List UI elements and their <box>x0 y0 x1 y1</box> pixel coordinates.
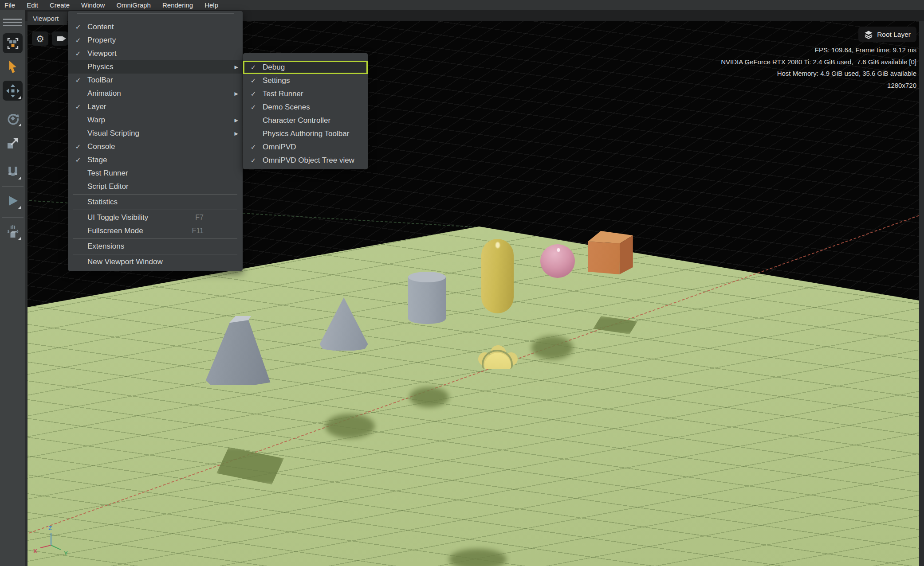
sphere-shape[interactable] <box>540 244 575 278</box>
physics-drop-tool-button[interactable] <box>3 222 23 242</box>
tool-options-corner-icon <box>18 237 21 240</box>
viewport-settings-button[interactable]: ⚙ <box>32 31 48 46</box>
menu-item-debug[interactable]: ✓Debug <box>243 61 368 74</box>
cylinder-shape[interactable] <box>408 272 446 324</box>
menu-item-stage[interactable]: ✓Stage <box>68 153 243 167</box>
menu-item-label: Viewport <box>87 49 117 58</box>
checkmark-icon: ✓ <box>247 77 260 85</box>
menu-item-statistics[interactable]: Statistics <box>68 195 243 209</box>
menu-item-label: Content <box>87 23 114 31</box>
menu-item-label: Test Runner <box>87 169 128 178</box>
z-axis-label: Z <box>48 525 52 531</box>
menubar-item-window[interactable]: Window <box>81 1 105 9</box>
cube-shape[interactable] <box>586 230 634 274</box>
menu-item-label: Stage <box>87 156 107 164</box>
tab-viewport[interactable]: Viewport <box>28 12 67 25</box>
submenu-arrow-icon: ▶ <box>235 64 238 70</box>
scale-tool-button[interactable] <box>3 133 23 153</box>
move-tool-button[interactable] <box>3 81 23 101</box>
checkmark-icon: ✓ <box>71 156 85 164</box>
menu-item-label: Layer <box>87 102 106 111</box>
move-icon <box>6 84 20 98</box>
toolbar-separator <box>2 217 24 218</box>
omniverse-app: FileEditCreateWindowOmniGraphRenderingHe… <box>0 0 924 566</box>
rotate-icon <box>6 112 20 125</box>
shadow-capsule <box>531 336 573 359</box>
menu-item-label: Physics <box>87 62 114 71</box>
capsule-shape[interactable] <box>481 239 514 313</box>
menu-item-label: Script Editor <box>87 182 129 191</box>
menu-drag-handle[interactable] <box>77 13 234 14</box>
menubar-item-help[interactable]: Help <box>204 1 218 9</box>
menu-item-physics[interactable]: Physics▶ <box>68 60 243 74</box>
play-tool-button[interactable] <box>3 191 23 211</box>
menu-item-label: Warp <box>87 116 105 125</box>
menu-separator <box>73 210 237 210</box>
submenu-drag-handle[interactable] <box>251 57 360 57</box>
menubar-item-omnigraph[interactable]: OmniGraph <box>116 1 151 9</box>
cursor-icon <box>7 60 19 74</box>
menu-item-demo-scenes[interactable]: ✓Demo Scenes <box>243 101 368 114</box>
resolution-stats: 1280x720 <box>721 80 916 92</box>
menu-item-omnipvd-object-tree-view[interactable]: ✓OmniPVD Object Tree view <box>243 154 368 167</box>
menu-item-omnipvd[interactable]: ✓OmniPVD <box>243 141 368 154</box>
menu-item-label: Debug <box>263 63 285 72</box>
shadow-cone <box>325 414 375 438</box>
menu-item-label: OmniPVD <box>263 143 296 152</box>
toolbar-drag-handle-icon[interactable] <box>3 17 22 28</box>
selection-mode-tool-button[interactable] <box>3 33 23 53</box>
menu-item-physics-authoring-toolbar[interactable]: Physics Authoring Toolbar <box>243 127 368 141</box>
menu-item-label: Settings <box>263 76 290 85</box>
menu-item-content[interactable]: ✓Content <box>68 20 243 34</box>
menu-item-script-editor[interactable]: Script Editor <box>68 180 243 193</box>
menu-item-new-viewport-window[interactable]: New Viewport Window <box>68 255 243 269</box>
menu-item-character-controller[interactable]: Character Controller <box>243 114 368 127</box>
cone-body <box>318 297 370 351</box>
capsule-body <box>481 239 514 313</box>
menu-item-label: Fullscreen Mode <box>87 226 143 235</box>
menubar-item-rendering[interactable]: Rendering <box>162 1 193 9</box>
menu-item-viewport[interactable]: ✓Viewport <box>68 47 243 60</box>
scale-icon <box>7 137 19 149</box>
window-menu-dropdown: ✓Content✓Property✓ViewportPhysics▶✓ToolB… <box>68 11 243 271</box>
menu-item-property[interactable]: ✓Property <box>68 34 243 47</box>
menu-item-label: Character Controller <box>263 116 330 125</box>
submenu-arrow-icon: ▶ <box>235 131 238 137</box>
fps-stats: FPS: 109.64, Frame time: 9.12 ms <box>721 44 916 56</box>
viewport-tab-label: Viewport <box>33 15 59 22</box>
menu-item-label: Visual Scripting <box>87 129 139 138</box>
menu-item-warp[interactable]: Warp▶ <box>68 113 243 127</box>
menu-item-settings[interactable]: ✓Settings <box>243 74 368 87</box>
camera-icon <box>57 36 63 41</box>
menu-item-test-runner[interactable]: Test Runner <box>68 167 243 180</box>
toolbar <box>0 10 25 566</box>
submenu-arrow-icon: ▶ <box>235 91 238 97</box>
checkmark-icon: ✓ <box>71 50 85 58</box>
trapezoid-frustum-shape[interactable] <box>204 316 275 385</box>
checkmark-icon: ✓ <box>71 36 85 44</box>
menu-item-extensions[interactable]: Extensions <box>68 240 243 253</box>
rotate-tool-button[interactable] <box>3 108 23 128</box>
menu-item-fullscreen-mode[interactable]: Fullscreen ModeF11 <box>68 224 243 238</box>
menu-item-toolbar[interactable]: ✓ToolBar <box>68 74 243 87</box>
menu-item-label: UI Toggle Visibility <box>87 213 148 222</box>
root-layer-button[interactable]: Root Layer <box>858 27 916 42</box>
snap-tool-button[interactable] <box>3 161 23 181</box>
cone-shape[interactable] <box>318 297 370 351</box>
menu-item-test-runner[interactable]: ✓Test Runner <box>243 87 368 101</box>
camera-button[interactable] <box>52 31 68 46</box>
z-axis-gizmo-line <box>51 533 51 545</box>
menu-item-animation[interactable]: Animation▶ <box>68 87 243 100</box>
deformed-capsule-shape[interactable] <box>478 345 518 369</box>
menu-item-label: Demo Scenes <box>263 103 310 112</box>
menubar-item-create[interactable]: Create <box>50 1 70 9</box>
menubar-item-file[interactable]: File <box>4 1 15 9</box>
select-cursor-tool-button[interactable] <box>3 57 23 77</box>
menu-item-console[interactable]: ✓Console <box>68 140 243 153</box>
menu-item-ui-toggle-visibility[interactable]: UI Toggle VisibilityF7 <box>68 211 243 224</box>
menubar-item-edit[interactable]: Edit <box>27 1 38 9</box>
menu-bar: FileEditCreateWindowOmniGraphRenderingHe… <box>0 0 924 10</box>
menu-item-visual-scripting[interactable]: Visual Scripting▶ <box>68 127 243 140</box>
checkmark-icon: ✓ <box>247 63 260 71</box>
menu-item-layer[interactable]: ✓Layer <box>68 100 243 113</box>
